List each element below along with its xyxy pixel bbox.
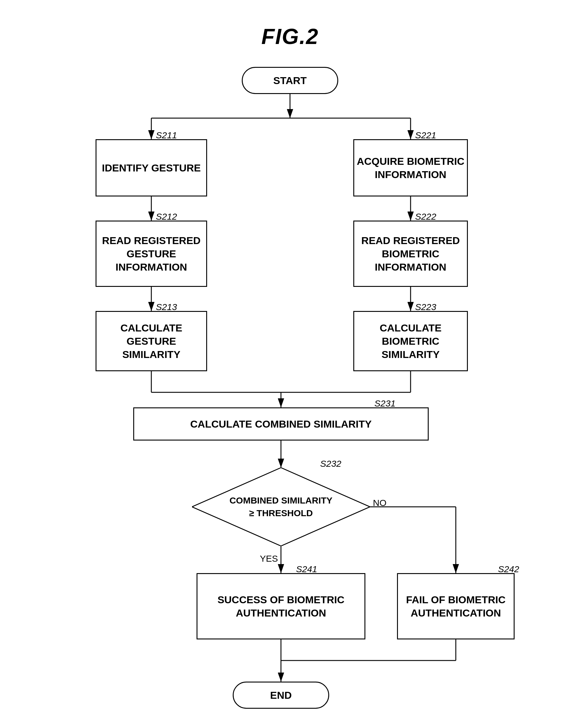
s222-label: S222	[415, 211, 436, 222]
acquire-biometric-node: ACQUIRE BIOMETRIC INFORMATION	[353, 139, 468, 197]
read-gesture-label: READ REGISTERED GESTURE INFORMATION	[102, 234, 201, 274]
fail-node: FAIL OF BIOMETRIC AUTHENTICATION	[397, 573, 514, 640]
s232-label: S232	[320, 459, 341, 469]
s231-label: S231	[374, 398, 396, 409]
calc-biometric-sim-node: CALCULATE BIOMETRIC SIMILARITY	[353, 311, 468, 371]
s212-label: S212	[156, 211, 177, 222]
end-label: END	[270, 688, 292, 702]
success-label: SUCCESS OF BIOMETRIC AUTHENTICATION	[217, 593, 344, 620]
no-label: NO	[373, 498, 386, 508]
diamond-node: COMBINED SIMILARITY ≥ THRESHOLD	[192, 468, 370, 546]
identify-gesture-node: IDENTIFY GESTURE	[96, 139, 207, 197]
diamond-label: COMBINED SIMILARITY ≥ THRESHOLD	[229, 494, 332, 519]
yes-label: YES	[260, 553, 278, 564]
read-gesture-node: READ REGISTERED GESTURE INFORMATION	[96, 220, 207, 287]
calc-gesture-sim-node: CALCULATE GESTURE SIMILARITY	[96, 311, 207, 371]
start-label: START	[273, 74, 307, 87]
diagram-container: START S211 S221 IDENTIFY GESTURE ACQUIRE…	[49, 67, 531, 728]
read-biometric-label: READ REGISTERED BIOMETRIC INFORMATION	[361, 234, 460, 274]
identify-gesture-label: IDENTIFY GESTURE	[102, 161, 201, 175]
calc-biometric-sim-label: CALCULATE BIOMETRIC SIMILARITY	[354, 321, 467, 361]
s211-label: S211	[156, 130, 177, 140]
fail-label: FAIL OF BIOMETRIC AUTHENTICATION	[406, 593, 506, 620]
end-node: END	[233, 682, 329, 709]
calc-combined-node: CALCULATE COMBINED SIMILARITY	[133, 408, 429, 441]
s223-label: S223	[415, 302, 436, 312]
s242-label: S242	[498, 564, 519, 574]
s241-label: S241	[296, 564, 317, 574]
success-node: SUCCESS OF BIOMETRIC AUTHENTICATION	[197, 573, 365, 640]
calc-gesture-sim-label: CALCULATE GESTURE SIMILARITY	[97, 321, 206, 361]
page-title: FIG.2	[261, 24, 319, 49]
acquire-biometric-label: ACQUIRE BIOMETRIC INFORMATION	[357, 155, 464, 181]
s221-label: S221	[415, 130, 436, 140]
s213-label: S213	[156, 302, 177, 312]
start-node: START	[242, 67, 338, 94]
calc-combined-label: CALCULATE COMBINED SIMILARITY	[190, 417, 372, 431]
read-biometric-node: READ REGISTERED BIOMETRIC INFORMATION	[353, 220, 468, 287]
